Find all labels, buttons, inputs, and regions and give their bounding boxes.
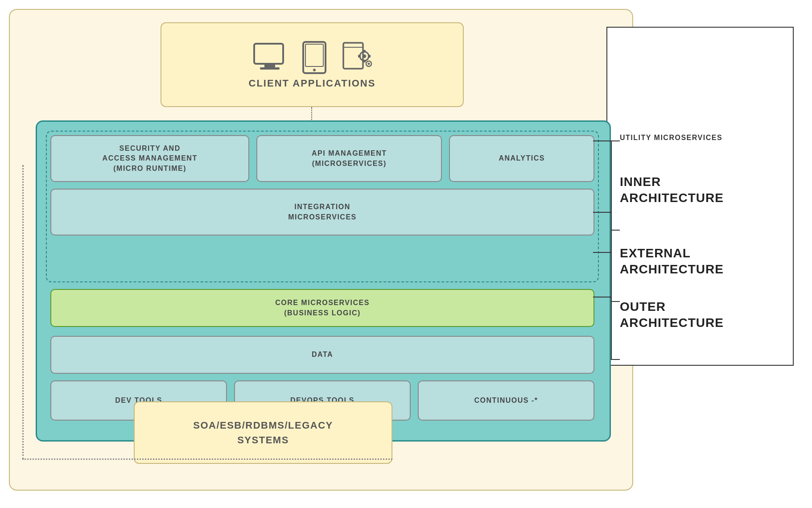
- row-top: SECURITY ANDACCESS MANAGEMENT(MICRO RUNT…: [50, 135, 594, 182]
- conn-core-line: [593, 212, 612, 213]
- soa-box: SOA/ESB/RDBMS/LEGACYSYSTEMS: [134, 401, 392, 464]
- svg-rect-5: [305, 44, 323, 66]
- continuous-box: CONTINUOUS -*: [418, 380, 594, 421]
- svg-point-9: [363, 54, 366, 58]
- svg-rect-13: [368, 55, 371, 58]
- svg-rect-3: [303, 42, 326, 73]
- bracket-bottom-left: [611, 359, 620, 360]
- inner-architecture-label: INNERARCHITECTURE: [620, 174, 724, 207]
- data-box: DATA: [50, 336, 594, 374]
- svg-rect-12: [358, 55, 361, 58]
- utility-microservices-label: UTILITY MICROSERVICES: [620, 133, 722, 143]
- dotted-left-line: [22, 165, 24, 459]
- external-architecture-label: EXTERNALARCHITECTURE: [620, 245, 724, 278]
- integration-label: INTEGRATIONMICROSERVICES: [288, 202, 356, 222]
- client-icons: [252, 41, 372, 74]
- svg-rect-1: [264, 64, 275, 67]
- core-microservices-box: CORE MICROSERVICES(BUSINESS LOGIC): [50, 289, 594, 327]
- svg-point-15: [368, 62, 370, 65]
- analytics-box: ANALYTICS: [449, 135, 594, 182]
- client-applications-box: CLIENT APPLICATIONS: [161, 22, 464, 107]
- data-label: DATA: [312, 350, 333, 359]
- svg-point-4: [313, 69, 316, 71]
- conn-data-line: [593, 252, 612, 253]
- continuous-label: CONTINUOUS -*: [474, 396, 538, 405]
- dotted-bottom-line: [22, 458, 392, 460]
- bracket-mid-left-1: [611, 230, 620, 231]
- bracket-top-left: [611, 140, 620, 141]
- svg-rect-11: [363, 60, 366, 62]
- soa-label: SOA/ESB/RDBMS/LEGACYSYSTEMS: [193, 418, 333, 447]
- bracket-mid-left-2: [611, 301, 620, 302]
- row-data: DATA: [50, 336, 594, 374]
- tablet-icon: [301, 41, 328, 74]
- row-core: CORE MICROSERVICES(BUSINESS LOGIC): [50, 289, 594, 327]
- inner-teal-box: SECURITY ANDACCESS MANAGEMENT(MICRO RUNT…: [36, 120, 611, 442]
- svg-rect-10: [363, 50, 366, 53]
- bracket-vertical-1: [611, 140, 612, 230]
- api-management-box: API MANAGEMENT(MICROSERVICES): [256, 135, 442, 182]
- bracket-vertical-3: [611, 301, 612, 359]
- svg-rect-0: [254, 44, 283, 64]
- core-label: CORE MICROSERVICES(BUSINESS LOGIC): [275, 298, 370, 318]
- integration-box: INTEGRATIONMICROSERVICES: [50, 189, 594, 235]
- conn-utility-line: [593, 140, 612, 141]
- row-integration: INTEGRATIONMICROSERVICES: [50, 189, 594, 235]
- analytics-label: ANALYTICS: [499, 153, 545, 163]
- document-gear-icon: [341, 41, 372, 74]
- svg-rect-2: [260, 67, 280, 70]
- security-box: SECURITY ANDACCESS MANAGEMENT(MICRO RUNT…: [50, 135, 249, 182]
- api-management-label: API MANAGEMENT(MICROSERVICES): [312, 149, 387, 169]
- diagram-container: CLIENT APPLICATIONS SECURITY ANDACCESS M…: [9, 9, 803, 500]
- bracket-vertical-2: [611, 230, 612, 301]
- conn-dev-line: [593, 297, 612, 297]
- client-app-label: CLIENT APPLICATIONS: [249, 78, 376, 89]
- outer-architecture-label: OUTERARCHITECTURE: [620, 299, 724, 331]
- security-label: SECURITY ANDACCESS MANAGEMENT(MICRO RUNT…: [103, 144, 198, 173]
- monitor-icon: [252, 41, 288, 73]
